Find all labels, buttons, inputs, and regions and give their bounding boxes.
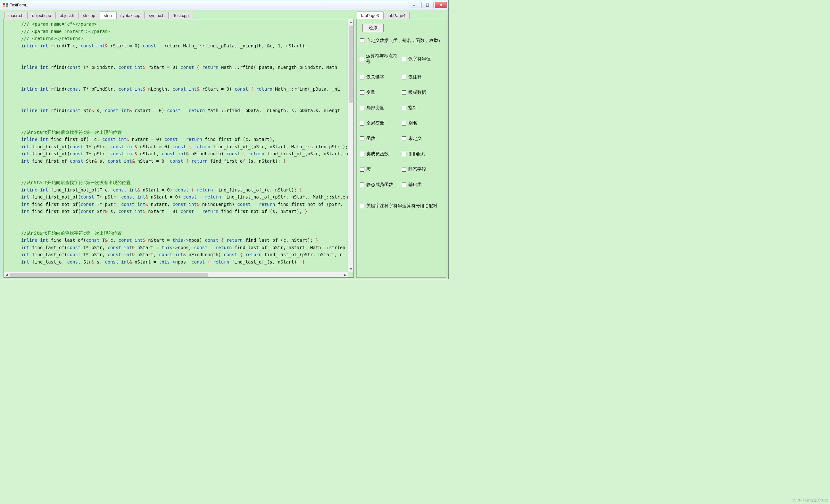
checkbox-icon bbox=[402, 90, 406, 95]
tab-str-cpp[interactable]: str.cpp bbox=[79, 12, 99, 19]
checkbox-bottom: 关键字注释字符串运算符号{}[]()配对 bbox=[360, 203, 443, 209]
option-tabs: tabPage3 tabPage4 bbox=[356, 11, 446, 19]
checkbox-label: 指针 bbox=[408, 105, 417, 111]
checkbox-custom-data[interactable]: 自定义数据（类，别名，函数，枚举） bbox=[360, 38, 443, 43]
checkbox-label: 变量 bbox=[366, 90, 375, 95]
tab-object-h[interactable]: object.h bbox=[56, 12, 78, 19]
svg-rect-2 bbox=[3, 5, 5, 7]
checkbox-item[interactable]: 局部变量 bbox=[360, 105, 401, 111]
checkbox-label: 关键字注释字符串运算符号{}[]()配对 bbox=[366, 203, 438, 209]
options-pane: tabPage3 tabPage4 还原 自定义数据（类，别名，函数，枚举） 运… bbox=[355, 10, 448, 279]
app-icon bbox=[3, 3, 8, 8]
tab-tabpage4[interactable]: tabPage4 bbox=[383, 12, 410, 19]
checkbox-label: 类成员函数 bbox=[366, 151, 389, 157]
svg-rect-5 bbox=[426, 4, 429, 6]
titlebar: TestForm1 bbox=[0, 0, 448, 10]
tab-object-cpp[interactable]: object.cpp bbox=[28, 12, 55, 19]
checkbox-label: 仅注释 bbox=[408, 74, 422, 80]
code-pane: macro.h object.cpp object.h str.cpp str.… bbox=[0, 10, 355, 279]
checkbox-item[interactable]: 仅关键字 bbox=[360, 74, 401, 80]
checkbox-label: 自定义数据（类，别名，函数，枚举） bbox=[366, 38, 443, 43]
checkbox-item[interactable]: 函数 bbox=[360, 136, 401, 141]
checkbox-item[interactable]: 宏 bbox=[360, 167, 401, 172]
checkbox-label: 仅字符串值 bbox=[408, 56, 431, 62]
checkbox-item[interactable]: {}[]()配对 bbox=[402, 151, 443, 157]
checkbox-item[interactable]: 别名 bbox=[402, 121, 443, 126]
checkbox-label: 全局变量 bbox=[366, 121, 384, 126]
checkbox-grid: 运算符与标点符号仅字符串值仅关键字仅注释变量模板数据局部变量指针全局变量别名函数… bbox=[360, 53, 443, 188]
checkbox-label: 运算符与标点符号 bbox=[366, 53, 401, 65]
checkbox-item[interactable]: 未定义 bbox=[402, 136, 443, 141]
checkbox-item[interactable]: 仅字符串值 bbox=[402, 53, 443, 65]
maximize-button[interactable] bbox=[421, 2, 434, 8]
checkbox-icon bbox=[360, 75, 364, 79]
checkbox-item[interactable]: 基础类 bbox=[402, 182, 443, 188]
checkbox-icon bbox=[360, 121, 364, 126]
checkbox-icon bbox=[360, 167, 364, 172]
checkbox-icon bbox=[360, 38, 364, 43]
code-line: /// <param name="nStart"></param> bbox=[21, 29, 110, 34]
checkbox-icon bbox=[360, 106, 364, 110]
checkbox-item[interactable]: 全局变量 bbox=[360, 121, 401, 126]
tab-syntax-cpp[interactable]: syntax.cpp bbox=[116, 12, 145, 19]
app-window: TestForm1 macro.h object.cpp object.h st… bbox=[0, 0, 449, 279]
scroll-right-icon[interactable]: ▶ bbox=[343, 272, 348, 278]
checkbox-label: {}[]()配对 bbox=[408, 151, 425, 157]
minimize-button[interactable] bbox=[408, 2, 420, 8]
tab-str-h[interactable]: str.h bbox=[100, 11, 116, 19]
tab-test-cpp[interactable]: Test.cpp bbox=[169, 12, 193, 19]
tab-macro-h[interactable]: macro.h bbox=[4, 12, 28, 19]
checkbox-icon bbox=[402, 167, 406, 172]
scroll-left-icon[interactable]: ◀ bbox=[4, 272, 9, 278]
checkbox-icon bbox=[360, 57, 364, 61]
scroll-down-icon[interactable]: ▼ bbox=[348, 266, 354, 272]
checkbox-label: 函数 bbox=[366, 136, 375, 141]
checkbox-item[interactable]: 仅注释 bbox=[402, 74, 443, 80]
checkbox-label: 静态字段 bbox=[408, 167, 426, 172]
checkbox-label: 模板数据 bbox=[408, 90, 426, 95]
tab-tabpage3[interactable]: tabPage3 bbox=[357, 11, 383, 19]
checkbox-label: 宏 bbox=[366, 167, 371, 172]
checkbox-icon bbox=[402, 106, 406, 110]
checkbox-item[interactable]: 静态字段 bbox=[402, 167, 443, 172]
checkbox-icon bbox=[402, 57, 406, 61]
code-editor[interactable]: /// <param name="c"></param> /// <param … bbox=[4, 19, 353, 277]
checkbox-item[interactable]: 变量 bbox=[360, 90, 401, 95]
checkbox-icon bbox=[402, 136, 406, 141]
scroll-up-icon[interactable]: ▲ bbox=[348, 19, 354, 25]
checkbox-icon bbox=[360, 182, 364, 187]
vertical-scrollbar[interactable]: ▲ ▼ bbox=[348, 19, 353, 272]
checkbox-icon bbox=[402, 182, 406, 187]
checkbox-label: 仅关键字 bbox=[366, 74, 384, 80]
checkbox-label: 静态成员函数 bbox=[366, 182, 393, 188]
checkbox-item[interactable]: 类成员函数 bbox=[360, 151, 401, 157]
checkbox-icon bbox=[360, 90, 364, 95]
scroll-thumb-h[interactable] bbox=[10, 273, 208, 277]
checkbox-item[interactable]: 模板数据 bbox=[402, 90, 443, 95]
file-tabs: macro.h object.cpp object.h str.cpp str.… bbox=[3, 11, 354, 19]
checkbox-label: 未定义 bbox=[408, 136, 422, 141]
checkbox-icon bbox=[402, 152, 406, 156]
checkbox-label: 别名 bbox=[408, 121, 417, 126]
checkbox-label: 基础类 bbox=[408, 182, 422, 188]
checkbox-all-pair[interactable]: 关键字注释字符串运算符号{}[]()配对 bbox=[360, 203, 443, 209]
horizontal-scrollbar[interactable]: ◀ ▶ bbox=[4, 272, 348, 277]
checkbox-item[interactable]: 运算符与标点符号 bbox=[360, 53, 401, 65]
checkbox-item[interactable]: 静态成员函数 bbox=[360, 182, 401, 188]
window-title: TestForm1 bbox=[10, 3, 28, 7]
close-button[interactable] bbox=[435, 2, 447, 8]
checkbox-label: 局部变量 bbox=[366, 105, 384, 111]
restore-button[interactable]: 还原 bbox=[362, 24, 384, 32]
options-body: 还原 自定义数据（类，别名，函数，枚举） 运算符与标点符号仅字符串值仅关键字仅注… bbox=[356, 19, 446, 278]
checkbox-icon bbox=[360, 204, 364, 208]
tab-syntax-h[interactable]: syntax.h bbox=[145, 12, 168, 19]
code-line: /// <returns></returns> bbox=[21, 36, 83, 41]
svg-rect-0 bbox=[3, 3, 5, 5]
svg-rect-3 bbox=[6, 5, 8, 7]
checkbox-item[interactable]: 指针 bbox=[402, 105, 443, 111]
checkbox-icon bbox=[402, 121, 406, 126]
scroll-thumb[interactable] bbox=[349, 26, 353, 102]
checkbox-icon bbox=[360, 136, 364, 141]
window-controls bbox=[408, 2, 448, 8]
editor-area: /// <param name="c"></param> /// <param … bbox=[3, 19, 354, 278]
